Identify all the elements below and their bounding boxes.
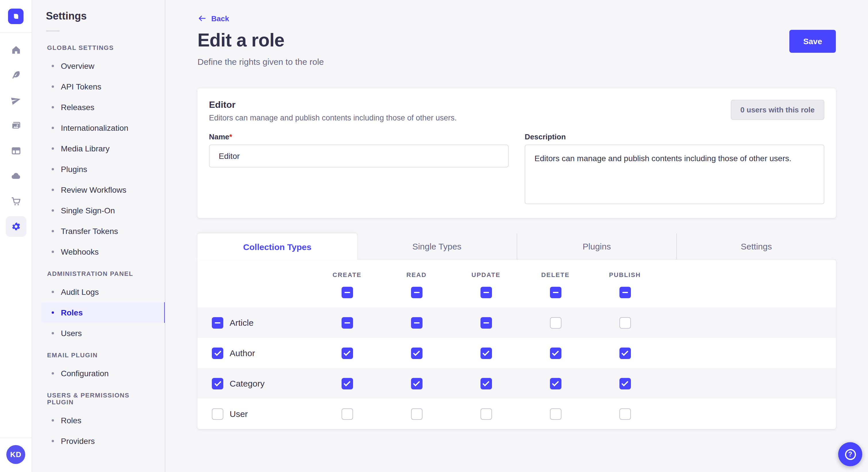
user-update-checkbox[interactable] bbox=[480, 408, 492, 419]
subnav-item-plugins[interactable]: Plugins bbox=[41, 159, 165, 179]
article-delete-checkbox[interactable] bbox=[550, 317, 561, 328]
save-button[interactable]: Save bbox=[789, 30, 836, 53]
subnav-item-media-library[interactable]: Media Library bbox=[41, 138, 165, 159]
bullet-icon bbox=[52, 440, 54, 442]
row-checkbox-category[interactable] bbox=[212, 378, 223, 389]
author-read-checkbox[interactable] bbox=[411, 347, 422, 359]
table-row-user: User bbox=[197, 399, 836, 429]
select-all-update-checkbox[interactable] bbox=[480, 287, 492, 298]
subnav-item-up-providers[interactable]: Providers bbox=[41, 431, 165, 451]
strapi-logo[interactable] bbox=[8, 8, 24, 24]
category-delete-checkbox[interactable] bbox=[550, 378, 561, 389]
subnav-item-roles[interactable]: Roles bbox=[41, 302, 165, 323]
row-checkbox-article[interactable] bbox=[212, 317, 223, 328]
subnav-item-api-tokens[interactable]: API Tokens bbox=[41, 76, 165, 97]
category-publish-checkbox[interactable] bbox=[619, 378, 631, 389]
select-all-read-checkbox[interactable] bbox=[411, 287, 422, 298]
bullet-icon bbox=[52, 419, 54, 422]
page-title: Edit a role bbox=[197, 30, 284, 51]
cart-icon[interactable] bbox=[5, 191, 26, 212]
subnav-item-overview[interactable]: Overview bbox=[41, 56, 165, 76]
category-update-checkbox[interactable] bbox=[480, 378, 492, 389]
column-header-delete: DELETE bbox=[541, 271, 570, 278]
user-create-checkbox[interactable] bbox=[341, 408, 353, 419]
bullet-icon bbox=[52, 230, 54, 232]
author-delete-checkbox[interactable] bbox=[550, 347, 561, 359]
author-update-checkbox[interactable] bbox=[480, 347, 492, 359]
home-icon[interactable] bbox=[5, 40, 26, 60]
permissions-tabs: Collection Types Single Types Plugins Se… bbox=[197, 233, 836, 260]
user-delete-checkbox[interactable] bbox=[550, 408, 561, 419]
category-read-checkbox[interactable] bbox=[411, 378, 422, 389]
question-mark-icon: ? bbox=[845, 449, 856, 460]
tab-collection-types[interactable]: Collection Types bbox=[197, 233, 357, 260]
tab-single-types[interactable]: Single Types bbox=[357, 233, 517, 260]
select-all-create-checkbox[interactable] bbox=[341, 287, 353, 298]
bullet-icon bbox=[52, 147, 54, 150]
select-all-delete-checkbox[interactable] bbox=[550, 287, 561, 298]
layout-icon[interactable] bbox=[5, 140, 26, 161]
table-row-author: Author bbox=[197, 338, 836, 368]
role-description-text: Editors can manage and publish contents … bbox=[209, 113, 457, 122]
help-button[interactable]: ? bbox=[838, 442, 862, 466]
back-label: Back bbox=[211, 14, 229, 23]
bullet-icon bbox=[52, 65, 54, 67]
subnav-item-webhooks[interactable]: Webhooks bbox=[41, 241, 165, 262]
section-administration-panel: ADMINISTRATION PANEL bbox=[32, 262, 165, 281]
user-publish-checkbox[interactable] bbox=[619, 408, 631, 419]
select-all-publish-checkbox[interactable] bbox=[619, 287, 631, 298]
article-publish-checkbox[interactable] bbox=[619, 317, 631, 328]
section-global-settings: GLOBAL SETTINGS bbox=[32, 36, 165, 56]
subnav-item-configuration[interactable]: Configuration bbox=[41, 363, 165, 384]
author-publish-checkbox[interactable] bbox=[619, 347, 631, 359]
subnav-item-releases[interactable]: Releases bbox=[41, 97, 165, 117]
paper-plane-icon[interactable] bbox=[5, 90, 26, 111]
description-field-label: Description bbox=[525, 133, 825, 141]
subnav-item-internationalization[interactable]: Internationalization bbox=[41, 117, 165, 138]
users-with-role-badge[interactable]: 0 users with this role bbox=[731, 100, 825, 120]
subnav-item-users[interactable]: Users bbox=[41, 323, 165, 343]
table-row-category: Category bbox=[197, 368, 836, 399]
row-label: Category bbox=[229, 378, 265, 388]
bullet-icon bbox=[52, 311, 54, 314]
bullet-icon bbox=[52, 209, 54, 212]
role-details-card: Editor Editors can manage and publish co… bbox=[197, 88, 836, 218]
row-label: Author bbox=[229, 348, 255, 358]
article-read-checkbox[interactable] bbox=[411, 317, 422, 328]
description-field[interactable]: Editors can manage and publish contents … bbox=[525, 144, 825, 204]
user-read-checkbox[interactable] bbox=[411, 408, 422, 419]
bullet-icon bbox=[52, 372, 54, 374]
category-create-checkbox[interactable] bbox=[341, 378, 353, 389]
bullet-icon bbox=[52, 332, 54, 334]
pictures-icon[interactable] bbox=[5, 115, 26, 136]
article-update-checkbox[interactable] bbox=[480, 317, 492, 328]
subnav-item-single-sign-on[interactable]: Single Sign-On bbox=[41, 200, 165, 221]
bullet-icon bbox=[52, 250, 54, 253]
subnav-item-audit-logs[interactable]: Audit Logs bbox=[41, 281, 165, 302]
tab-settings[interactable]: Settings bbox=[676, 233, 836, 260]
subnav-item-review-workflows[interactable]: Review Workflows bbox=[41, 179, 165, 200]
page-subtitle: Define the rights given to the role bbox=[197, 57, 836, 67]
name-field[interactable] bbox=[209, 144, 508, 167]
subnav-item-transfer-tokens[interactable]: Transfer Tokens bbox=[41, 221, 165, 241]
tab-plugins[interactable]: Plugins bbox=[517, 233, 676, 260]
description-field-group: Description Editors can manage and publi… bbox=[525, 133, 825, 206]
column-header-publish: PUBLISH bbox=[609, 271, 641, 278]
name-field-group: Name* bbox=[209, 133, 508, 206]
article-create-checkbox[interactable] bbox=[341, 317, 353, 328]
app-shell: KD Settings GLOBAL SETTINGS Overview API… bbox=[0, 0, 868, 472]
author-create-checkbox[interactable] bbox=[341, 347, 353, 359]
rail-nav-icons bbox=[5, 40, 26, 438]
gear-icon[interactable] bbox=[5, 216, 26, 237]
row-label: Article bbox=[229, 318, 253, 328]
cloud-icon[interactable] bbox=[5, 166, 26, 187]
subnav-divider bbox=[46, 30, 60, 32]
back-link[interactable]: Back bbox=[197, 14, 229, 23]
feather-icon[interactable] bbox=[5, 65, 26, 86]
row-checkbox-author[interactable] bbox=[212, 347, 223, 359]
row-checkbox-user[interactable] bbox=[212, 408, 223, 419]
subnav-item-up-roles[interactable]: Roles bbox=[41, 410, 165, 431]
avatar[interactable]: KD bbox=[6, 445, 25, 464]
bullet-icon bbox=[52, 86, 54, 88]
column-header-read: READ bbox=[406, 271, 427, 278]
